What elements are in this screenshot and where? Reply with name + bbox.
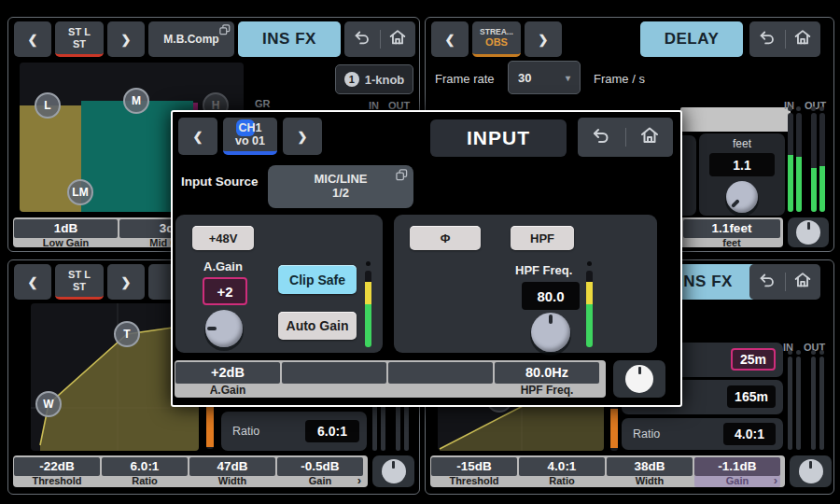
ratio-value-box[interactable]: 6.0:1 xyxy=(305,420,359,442)
footer-cell-again[interactable]: +2dB A.Gain xyxy=(175,360,281,398)
attack-value-box[interactable]: 25m xyxy=(731,348,776,371)
next-channel-button[interactable]: ❯ xyxy=(283,118,322,155)
hpf-freq-knob[interactable] xyxy=(531,313,570,352)
knob-icon xyxy=(796,220,820,245)
footer-knob-button[interactable] xyxy=(790,455,832,487)
footer-label: A.Gain xyxy=(175,384,281,398)
next-channel-button[interactable]: ❯ xyxy=(107,264,145,300)
hpf-button[interactable]: HPF xyxy=(511,226,574,250)
home-button[interactable] xyxy=(638,124,661,150)
next-channel-button[interactable]: ❯ xyxy=(107,21,145,57)
one-knob-label: 1-knob xyxy=(365,73,405,87)
footer-value: 4.0:1 xyxy=(519,457,605,476)
expand-chevron-icon[interactable]: › xyxy=(357,475,361,485)
tab-delay[interactable]: DELAY xyxy=(640,21,743,57)
knob-icon xyxy=(382,459,406,483)
next-channel-button[interactable]: ❯ xyxy=(525,21,562,57)
frame-rate-value: 30 xyxy=(518,71,531,85)
footer-cell-hpf-freq[interactable]: 80.0Hz HPF Freq. xyxy=(494,360,600,398)
prev-channel-button[interactable]: ❮ xyxy=(178,118,217,155)
input-source-line1: MIC/LINE xyxy=(314,173,367,187)
footer-cell-gain[interactable]: -0.5dB Gain› xyxy=(276,455,364,487)
divider xyxy=(380,30,381,49)
clip-safe-button[interactable]: Clip Safe xyxy=(278,265,357,294)
footer-value: 80.0Hz xyxy=(495,362,599,384)
home-button[interactable] xyxy=(792,270,813,294)
footer-knob-button[interactable] xyxy=(788,217,829,247)
dropdown-caret-icon: ▾ xyxy=(566,73,570,83)
phantom-48v-button[interactable]: +48V xyxy=(192,226,254,250)
band-node-m[interactable]: M xyxy=(123,88,149,114)
feet-value-box[interactable]: 1.1 xyxy=(709,153,775,176)
band-node-lm[interactable]: LM xyxy=(67,179,93,205)
channel-name-line2: ST xyxy=(73,38,86,49)
divider xyxy=(785,30,786,49)
footer-cell-ratio[interactable]: 4.0:1 Ratio xyxy=(518,455,606,487)
channel-select-button[interactable]: ST L ST xyxy=(55,21,104,57)
footer-cell-threshold[interactable]: -15dB Threshold xyxy=(430,455,518,487)
input-source-button[interactable]: MIC/LINE 1/2 xyxy=(268,165,413,208)
undo-button[interactable] xyxy=(757,27,777,51)
footer-value xyxy=(388,362,493,384)
channel-select-button[interactable]: CH1 vo 01 xyxy=(223,118,277,155)
nav-group xyxy=(344,21,415,57)
footer-knob-button[interactable] xyxy=(613,360,665,398)
phase-button[interactable]: Φ xyxy=(410,226,481,250)
band-node-l[interactable]: L xyxy=(35,92,61,119)
footer-cell-gain-selected[interactable]: -1.1dB Gain› xyxy=(693,455,781,487)
nav-group xyxy=(749,21,820,57)
home-button[interactable] xyxy=(387,27,408,51)
copy-icon xyxy=(219,24,231,38)
footer-cell-feet[interactable]: 1.1feet feet xyxy=(682,217,781,247)
phase-hpf-section: Φ HPF HPF Freq. 80.0 xyxy=(394,215,657,353)
width-node[interactable]: W xyxy=(35,391,62,417)
footer-cell-empty[interactable] xyxy=(387,360,494,398)
delay-scale-bar[interactable] xyxy=(680,107,791,132)
footer-cell-low-gain[interactable]: 1dB Low Gain xyxy=(13,217,119,247)
mixer-screen: ❮ ST L ST ❯ M.B.Comp INS FX L M H LM xyxy=(0,0,840,504)
threshold-node[interactable]: T xyxy=(114,321,140,347)
footer-knob-button[interactable] xyxy=(372,455,414,487)
undo-button[interactable] xyxy=(590,124,612,150)
library-button[interactable]: M.B.Comp xyxy=(148,21,234,57)
tab-ins-fx[interactable]: INS FX xyxy=(238,21,341,57)
channel-select-button[interactable]: STREA... OBS xyxy=(472,21,521,57)
ratio-value-box[interactable]: 4.0:1 xyxy=(723,423,776,445)
footer-value: -0.5dB xyxy=(277,457,363,476)
undo-button[interactable] xyxy=(757,270,777,294)
footer-cell-empty[interactable] xyxy=(281,360,387,398)
divider xyxy=(625,128,626,147)
again-knob[interactable] xyxy=(205,310,243,347)
footer-cell-ratio[interactable]: 6.0:1 Ratio xyxy=(101,455,189,487)
footer-value: -1.1dB xyxy=(694,457,780,476)
auto-gain-button[interactable]: Auto Gain xyxy=(278,312,357,340)
footer-value xyxy=(282,362,386,384)
hpf-freq-label: HPF Freq. xyxy=(515,263,572,277)
frame-rate-label: Frame rate xyxy=(435,72,495,86)
feet-knob[interactable] xyxy=(726,181,758,213)
ratio-row[interactable]: Ratio 4.0:1 xyxy=(622,418,783,450)
footer-value: -22dB xyxy=(14,457,100,476)
prev-channel-button[interactable]: ❮ xyxy=(431,21,469,57)
input-level-meter xyxy=(365,271,371,347)
out-meter-r xyxy=(819,113,825,212)
again-value-box[interactable]: +2 xyxy=(203,277,247,305)
one-knob-button[interactable]: 1 1-knob xyxy=(335,64,413,94)
hpf-freq-value-box[interactable]: 80.0 xyxy=(522,282,580,310)
footer-cell-width[interactable]: 47dB Width xyxy=(189,455,276,487)
release-value-box[interactable]: 165m xyxy=(727,385,776,408)
prev-channel-button[interactable]: ❮ xyxy=(14,21,51,57)
expand-chevron-icon[interactable]: › xyxy=(774,475,777,485)
channel-name-line1: ST L xyxy=(68,269,91,280)
home-button[interactable] xyxy=(792,27,813,51)
prev-channel-button[interactable]: ❮ xyxy=(14,264,51,300)
channel-select-button[interactable]: ST L ST xyxy=(55,264,104,300)
input-dialog: ❮ CH1 vo 01 ❯ INPUT Input Source MIC/LIN… xyxy=(171,110,682,407)
frame-rate-dropdown[interactable]: 30 ▾ xyxy=(508,61,581,94)
footer-label: Ratio xyxy=(101,476,189,487)
footer-cell-threshold[interactable]: -22dB Threshold xyxy=(13,455,101,487)
footer-cell-width[interactable]: 38dB Width xyxy=(606,455,693,487)
undo-button[interactable] xyxy=(352,27,372,51)
ratio-row[interactable]: Ratio 6.0:1 xyxy=(221,412,367,451)
divider xyxy=(785,273,786,291)
